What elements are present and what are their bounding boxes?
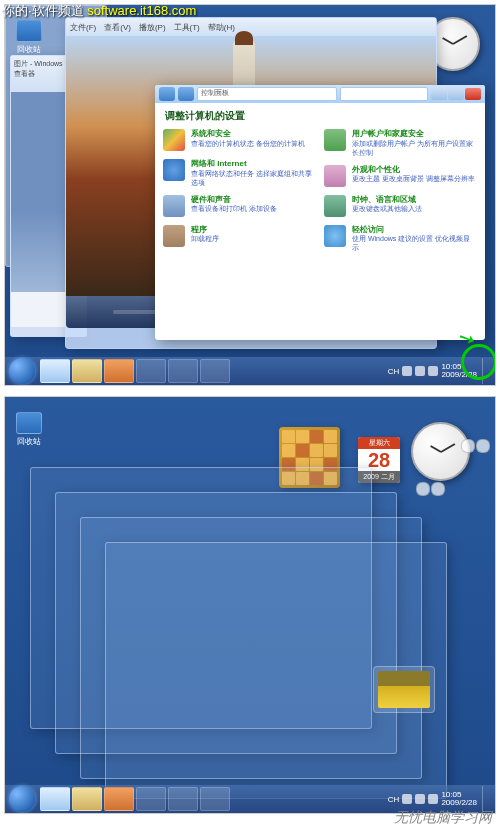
- cp-item-ease-access[interactable]: 轻松访问使用 Windows 建议的设置 优化视频显示: [324, 225, 477, 253]
- tray-lang[interactable]: CH: [388, 795, 400, 804]
- gadget-controls[interactable]: [461, 439, 490, 453]
- screenshot-aero-peek: 回收站 星期六 28 2009 二月 CH 10:05 2009/2/28: [4, 396, 496, 814]
- tray-lang[interactable]: CH: [388, 367, 400, 376]
- tray-icon[interactable]: [402, 794, 412, 804]
- taskbar: CH 10:05 2009/2/28: [5, 357, 495, 385]
- taskbar-ie-icon[interactable]: [40, 787, 70, 811]
- search-input[interactable]: [340, 87, 428, 101]
- cp-titlebar: 控制面板: [155, 85, 485, 103]
- wmp-menu-file[interactable]: 文件(F): [70, 22, 96, 33]
- recycle-bin-icon[interactable]: 回收站: [13, 20, 45, 55]
- monitor-icon: [324, 165, 346, 187]
- cp-left-column: 系统和安全查看您的计算机状态 备份您的计算机 网络和 Internet查看网络状…: [163, 129, 316, 261]
- wmp-menu-tools[interactable]: 工具(T): [174, 22, 200, 33]
- annotation-circle: [461, 344, 496, 380]
- maximize-button[interactable]: [448, 88, 464, 100]
- ease-icon: [324, 225, 346, 247]
- slideshow-gadget[interactable]: [373, 666, 435, 713]
- taskbar-explorer-icon[interactable]: [72, 359, 102, 383]
- taskbar-app-icon[interactable]: [168, 359, 198, 383]
- calendar-header: 星期六: [358, 437, 400, 449]
- close-button[interactable]: [465, 88, 481, 100]
- nav-back-button[interactable]: [159, 87, 175, 101]
- gadget-controls[interactable]: [416, 482, 445, 496]
- cp-item-hardware[interactable]: 硬件和声音查看设备和打印机 添加设备: [163, 195, 316, 217]
- minimize-button[interactable]: [431, 88, 447, 100]
- cp-item-users[interactable]: 用户帐户和家庭安全添加或删除用户帐户 为所有用户设置家长控制: [324, 129, 477, 157]
- cp-heading: 调整计算机的设置: [155, 103, 485, 129]
- start-button[interactable]: [9, 358, 35, 384]
- globe-icon: [163, 159, 185, 181]
- printer-icon: [163, 195, 185, 217]
- tray-volume-icon[interactable]: [428, 366, 438, 376]
- wmp-menu-help[interactable]: 帮助(H): [208, 22, 235, 33]
- tray-network-icon[interactable]: [415, 794, 425, 804]
- address-bar[interactable]: 控制面板: [197, 87, 337, 101]
- screenshot-normal-desktop: 回收站 图片 - Windows 照片查看器 文件(F) 查看(V) 播放(P)…: [4, 4, 496, 386]
- tray-icon[interactable]: [402, 366, 412, 376]
- cp-item-programs[interactable]: 程序卸载程序: [163, 225, 316, 247]
- taskbar-app-icon[interactable]: [200, 359, 230, 383]
- cp-right-column: 用户帐户和家庭安全添加或删除用户帐户 为所有用户设置家长控制 外观和个性化更改主…: [324, 129, 477, 261]
- clock-icon: [324, 195, 346, 217]
- watermark-top: 你的·软件频道 software.it168.com: [2, 2, 196, 20]
- taskbar-explorer-icon[interactable]: [72, 787, 102, 811]
- cp-item-clock-region[interactable]: 时钟、语言和区域更改键盘或其他输入法: [324, 195, 477, 217]
- tray-volume-icon[interactable]: [428, 794, 438, 804]
- taskbar-app-icon[interactable]: [136, 787, 166, 811]
- start-button[interactable]: [9, 786, 35, 812]
- taskbar-ie-icon[interactable]: [40, 359, 70, 383]
- watermark-bottom: 无忧电脑学习网: [394, 809, 492, 827]
- taskbar-wmp-icon[interactable]: [104, 359, 134, 383]
- wmp-menu-play[interactable]: 播放(P): [139, 22, 166, 33]
- tray-date[interactable]: 2009/2/28: [441, 799, 477, 807]
- taskbar-wmp-icon[interactable]: [104, 787, 134, 811]
- nav-forward-button[interactable]: [178, 87, 194, 101]
- control-panel-window[interactable]: 控制面板 调整计算机的设置 系统和安全查看您的计算机状态 备份您的计算机 网络和…: [155, 85, 485, 340]
- wmp-menu-view[interactable]: 查看(V): [104, 22, 131, 33]
- cp-item-appearance[interactable]: 外观和个性化更改主题 更改桌面背景 调整屏幕分辨率: [324, 165, 477, 187]
- slideshow-image: [378, 671, 430, 708]
- cp-item-network[interactable]: 网络和 Internet查看网络状态和任务 选择家庭组和共享选项: [163, 159, 316, 187]
- user-icon: [324, 129, 346, 151]
- taskbar-app-icon[interactable]: [136, 359, 166, 383]
- shield-icon: [163, 129, 185, 151]
- recycle-bin-icon[interactable]: 回收站: [13, 412, 45, 447]
- tray-network-icon[interactable]: [415, 366, 425, 376]
- taskbar-app-icon[interactable]: [200, 787, 230, 811]
- taskbar-app-icon[interactable]: [168, 787, 198, 811]
- cp-item-system-security[interactable]: 系统和安全查看您的计算机状态 备份您的计算机: [163, 129, 316, 151]
- box-icon: [163, 225, 185, 247]
